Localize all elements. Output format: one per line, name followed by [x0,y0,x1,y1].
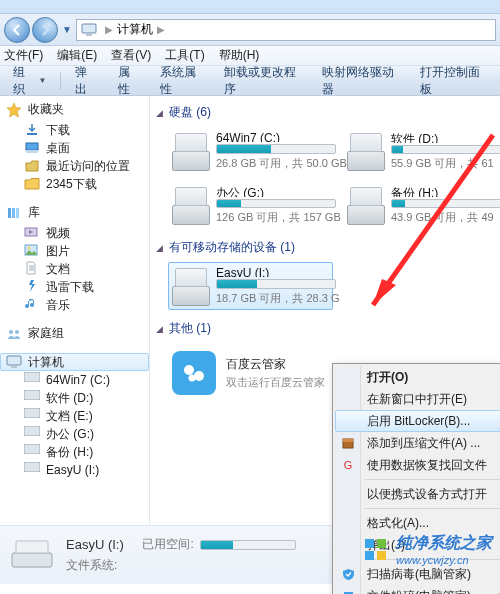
archive-icon [340,435,356,451]
svg-point-22 [194,371,204,381]
sidebar-item-videos[interactable]: 视频 [0,224,149,242]
svg-rect-18 [24,426,40,436]
desktop-icon [24,140,40,156]
sidebar-drive-e[interactable]: 文档 (E:) [0,407,149,425]
cmd-control-panel[interactable]: 打开控制面板 [411,70,496,92]
drive-tile-g[interactable]: 办公 (G:) 126 GB 可用，共 157 GB [168,181,333,229]
capacity-bar [216,199,336,208]
drive-stats: 43.9 GB 可用，共 49 [391,210,500,225]
drive-tile-i-selected[interactable]: EasyU (I:) 18.7 GB 可用，共 28.3 G [168,262,333,310]
menu-view[interactable]: 查看(V) [111,47,151,64]
ctx-data-recovery[interactable]: G使用数据恢复找回文件 [335,454,500,476]
navigation-pane: 收藏夹 下载 桌面 最近访问的位置 2345下载 库 视频 图片 文档 迅雷下载… [0,96,150,525]
cmd-map-network-drive[interactable]: 映射网络驱动器 [313,70,409,92]
svg-rect-27 [12,553,52,567]
ctx-open[interactable]: 打开(O) [335,366,500,388]
drive-icon [24,444,40,460]
sidebar-item-pictures[interactable]: 图片 [0,242,149,260]
svg-rect-20 [24,462,40,472]
cmd-eject[interactable]: 弹出 [66,70,106,92]
sidebar-item-recent[interactable]: 最近访问的位置 [0,157,149,175]
menu-file[interactable]: 文件(F) [4,47,43,64]
sidebar-item-downloads[interactable]: 下载 [0,121,149,139]
ctx-separator [365,479,500,480]
cmd-properties[interactable]: 属性 [109,70,149,92]
capacity-bar [216,279,336,289]
libraries-icon [6,205,22,221]
ctx-add-to-zip[interactable]: 添加到压缩文件(A) ... [335,432,500,454]
sidebar-drive-d[interactable]: 软件 (D:) [0,389,149,407]
recent-icon [24,158,40,174]
sidebar-item-music[interactable]: 音乐 [0,296,149,314]
hdd-icon [172,131,210,173]
svg-rect-15 [24,372,40,382]
svg-rect-7 [16,208,19,218]
drive-icon [24,408,40,424]
folder-icon [24,176,40,192]
other-app-baidu-cloud[interactable]: 百度云管家 双击运行百度云管家 [168,347,329,399]
drive-tile-h[interactable]: 备份 (H:) 43.9 GB 可用，共 49 [343,181,500,229]
sidebar-homegroup-header[interactable]: 家庭组 [0,322,149,345]
capacity-bar [391,199,500,208]
svg-point-23 [189,375,196,382]
hdd-icon [172,185,210,227]
drive-name: EasyU (I:) [216,266,340,277]
svg-rect-0 [82,24,96,33]
triangle-down-icon: ◢ [156,243,163,253]
ctx-enable-bitlocker[interactable]: 启用 BitLocker(B)... [335,410,500,432]
watermark-logo-icon [364,538,388,562]
triangle-down-icon: ◢ [156,324,163,334]
drive-tile-d[interactable]: 软件 (D:) 55.9 GB 可用，共 61 [343,127,500,175]
menu-edit[interactable]: 编辑(E) [57,47,97,64]
watermark: 纯净系统之家 www.ycwjzy.cn [364,533,492,566]
menu-help[interactable]: 帮助(H) [219,47,260,64]
svg-rect-16 [24,390,40,400]
svg-rect-25 [343,439,353,442]
sidebar-drive-c[interactable]: 64Win7 (C:) [0,371,149,389]
cmd-system-properties[interactable]: 系统属性 [151,70,214,92]
ctx-file-shred[interactable]: 文件粉碎(电脑管家)▶ [335,585,500,594]
address-bar[interactable]: ▶ 计算机 ▶ [76,19,496,41]
cmd-organize[interactable]: 组织▼ [4,70,55,92]
drive-icon [24,426,40,442]
ctx-scan-virus[interactable]: 扫描病毒(电脑管家) [335,563,500,585]
svg-point-21 [184,365,194,375]
sidebar-favorites-header[interactable]: 收藏夹 [0,98,149,121]
cmd-uninstall[interactable]: 卸载或更改程序 [215,70,311,92]
section-other[interactable]: ◢其他 (1) [150,316,500,343]
download-icon [24,122,40,138]
sidebar-computer-header[interactable]: 计算机 [0,353,149,371]
nav-history-chevron[interactable]: ▼ [62,24,72,35]
sidebar-item-2345[interactable]: 2345下载 [0,175,149,193]
drive-stats: 126 GB 可用，共 157 GB [216,210,341,225]
star-icon [6,102,22,118]
watermark-title: 纯净系统之家 [396,533,492,554]
drive-tile-c[interactable]: 64Win7 (C:) 26.8 GB 可用，共 50.0 GB [168,127,333,175]
sidebar-drive-i[interactable]: EasyU (I:) [0,461,149,479]
sidebar-drive-g[interactable]: 办公 (G:) [0,425,149,443]
sidebar-libraries-header[interactable]: 库 [0,201,149,224]
computer-icon [81,22,97,38]
video-icon [24,225,40,241]
ctx-open-as-portable[interactable]: 以便携式设备方式打开 [335,483,500,505]
triangle-down-icon: ◢ [156,108,163,118]
menu-tools[interactable]: 工具(T) [165,47,204,64]
sidebar-item-documents[interactable]: 文档 [0,260,149,278]
section-hard-drives[interactable]: ◢硬盘 (6) [150,100,500,127]
details-used-label: 已用空间: [142,536,193,553]
music-icon [24,297,40,313]
section-removable[interactable]: ◢有可移动存储的设备 (1) [150,235,500,262]
nav-forward-button[interactable] [32,17,58,43]
drive-icon [24,390,40,406]
svg-point-10 [28,247,31,250]
breadcrumb-computer[interactable]: 计算机 [117,21,153,38]
sidebar-item-xunlei[interactable]: 迅雷下载 [0,278,149,296]
homegroup-icon [6,326,22,342]
sidebar-drive-h[interactable]: 备份 (H:) [0,443,149,461]
nav-back-button[interactable] [4,17,30,43]
sidebar-item-desktop[interactable]: 桌面 [0,139,149,157]
other-app-name: 百度云管家 [226,356,325,373]
ctx-format[interactable]: 格式化(A)... [335,512,500,534]
ctx-open-new-window[interactable]: 在新窗口中打开(E) [335,388,500,410]
chevron-down-icon: ▼ [38,76,46,85]
